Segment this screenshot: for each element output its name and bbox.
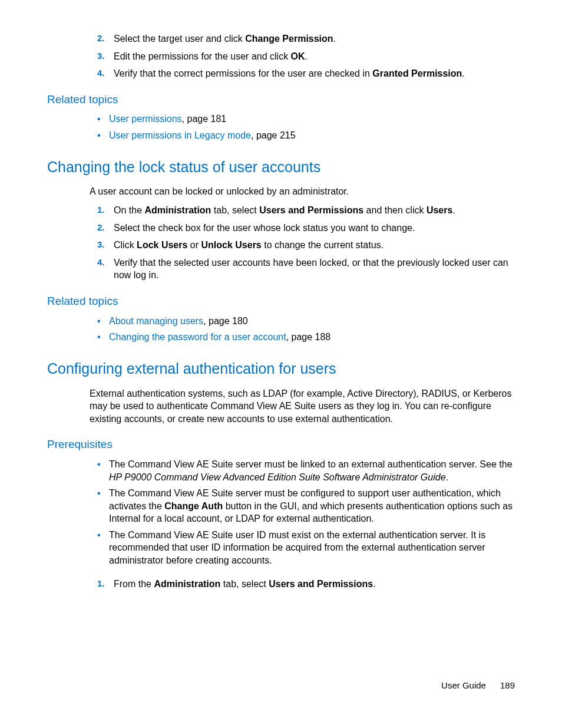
document-page: 2. Select the target user and click Chan…	[0, 0, 562, 728]
extauth-intro: External authentication systems, such as…	[47, 387, 515, 426]
list-item: User permissions, page 181	[97, 113, 515, 126]
list-item: 4. Verify that the correct permissions f…	[97, 67, 515, 80]
related-topics-list: User permissions, page 181 User permissi…	[47, 113, 515, 141]
related-link[interactable]: About managing users	[109, 316, 203, 326]
page-footer: User Guide189	[441, 680, 515, 691]
list-item: User permissions in Legacy mode, page 21…	[97, 129, 515, 142]
step-number: 1.	[97, 204, 105, 216]
list-item: About managing users, page 180	[97, 315, 515, 328]
top-steps-list: 2. Select the target user and click Chan…	[47, 32, 515, 80]
list-item: The Command View AE Suite server must be…	[97, 458, 515, 483]
related-link[interactable]: User permissions in Legacy mode	[109, 130, 251, 140]
lock-steps-list: 1. On the Administration tab, select Use…	[47, 204, 515, 282]
section-heading-lock-status: Changing the lock status of user account…	[47, 157, 515, 177]
step-number: 4.	[97, 256, 105, 268]
list-item: The Command View AE Suite server must be…	[97, 487, 515, 525]
list-item: 1. From the Administration tab, select U…	[97, 578, 515, 591]
section-heading-external-auth: Configuring external authentication for …	[47, 359, 515, 379]
related-topics-heading: Related topics	[47, 294, 515, 309]
step-text: Verify that the selected user accounts h…	[114, 258, 508, 281]
page-ref: , page 180	[203, 316, 248, 326]
step-text: Verify that the correct permissions for …	[114, 68, 465, 78]
step-text: On the Administration tab, select Users …	[114, 205, 455, 215]
prerequisites-list: The Command View AE Suite server must be…	[47, 458, 515, 567]
step-text: Click Lock Users or Unlock Users to chan…	[114, 240, 384, 250]
list-item: Changing the password for a user account…	[97, 331, 515, 344]
step-number: 1.	[97, 578, 105, 589]
step-number: 2.	[97, 222, 105, 233]
list-item: 1. On the Administration tab, select Use…	[97, 204, 515, 217]
guide-title: HP P9000 Command View Advanced Edition S…	[109, 472, 446, 482]
step-number: 3.	[97, 50, 105, 62]
step-text: Select the check box for the user whose …	[114, 223, 415, 233]
prerequisites-heading: Prerequisites	[47, 437, 515, 452]
step-number: 2.	[97, 32, 105, 44]
step-number: 3.	[97, 239, 105, 251]
related-link[interactable]: Changing the password for a user account	[109, 332, 286, 342]
related-topics-heading: Related topics	[47, 92, 515, 107]
page-ref: , page 181	[182, 114, 227, 124]
footer-label: User Guide	[441, 680, 486, 690]
step-number: 4.	[97, 67, 105, 79]
step-text: Edit the permissions for the user and cl…	[114, 51, 308, 61]
step-text: From the Administration tab, select User…	[114, 579, 376, 589]
prereq-steps-list: 1. From the Administration tab, select U…	[47, 578, 515, 591]
lock-intro: A user account can be locked or unlocked…	[47, 185, 515, 198]
list-item: 3. Edit the permissions for the user and…	[97, 50, 515, 63]
related-link[interactable]: User permissions	[109, 114, 182, 124]
page-ref: , page 188	[286, 332, 331, 342]
list-item: 2. Select the check box for the user who…	[97, 222, 515, 235]
step-text: Select the target user and click Change …	[114, 34, 336, 44]
content-area: 2. Select the target user and click Chan…	[47, 32, 515, 590]
list-item: 4. Verify that the selected user account…	[97, 256, 515, 282]
list-item: 2. Select the target user and click Chan…	[97, 32, 515, 45]
list-item: The Command View AE Suite user ID must e…	[97, 529, 515, 567]
page-number: 189	[500, 680, 515, 690]
related-topics-list: About managing users, page 180 Changing …	[47, 315, 515, 344]
page-ref: , page 215	[251, 130, 296, 140]
list-item: 3. Click Lock Users or Unlock Users to c…	[97, 239, 515, 252]
